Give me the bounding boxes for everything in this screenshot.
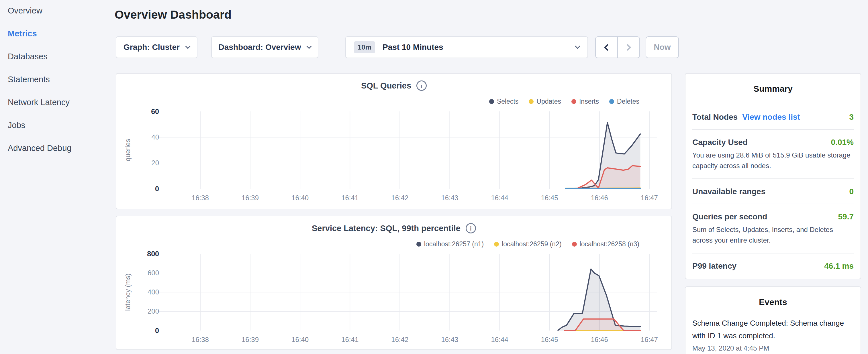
y-axis-tick: 600: [116, 268, 159, 278]
summary-title: Summary: [685, 84, 861, 94]
sidebar-item-jobs[interactable]: Jobs: [8, 120, 72, 130]
sidebar-item-metrics[interactable]: Metrics: [8, 29, 72, 38]
x-axis-tick: 16:47: [629, 194, 670, 202]
summary-row-head: P99 latency46.1 ms: [692, 261, 854, 271]
sidebar-item-advanced-debug[interactable]: Advanced Debug: [8, 143, 72, 153]
x-axis-tick: 16:46: [580, 336, 620, 344]
summary-row-head: Capacity Used0.01%: [692, 138, 854, 147]
x-axis-tick: 16:38: [180, 336, 220, 344]
x-axis-tick: 16:42: [380, 336, 420, 344]
summary-value: 3: [849, 112, 854, 122]
service-latency-chart-card: Service Latency: SQL, 99th percentile i …: [116, 216, 672, 350]
chart-plot-area[interactable]: [116, 74, 672, 209]
summary-panel: Summary Total NodesView nodes list3Capac…: [685, 73, 861, 279]
summary-value: 0: [849, 187, 854, 196]
time-window-dropdown[interactable]: 10m Past 10 Minutes: [345, 36, 588, 58]
chevron-right-icon: [624, 44, 631, 51]
summary-row-capacity-used: Capacity Used0.01%You are using 28.6 MiB…: [692, 129, 854, 179]
x-axis-tick: 16:40: [280, 336, 320, 344]
page-title: Overview Dashboard: [115, 8, 231, 22]
time-window-badge: 10m: [354, 41, 375, 53]
chevron-left-icon: [604, 44, 611, 51]
now-button[interactable]: Now: [646, 36, 679, 58]
y-axis-tick: 200: [116, 307, 159, 316]
events-panel: Events Schema Change Completed: Schema c…: [685, 286, 861, 354]
x-axis-tick: 16:39: [230, 336, 270, 344]
summary-value: 46.1 ms: [824, 261, 854, 271]
summary-row-total-nodes: Total NodesView nodes list3: [692, 104, 854, 129]
time-window-label: Past 10 Minutes: [382, 43, 443, 52]
sql-queries-chart-card: SQL Queries i SelectsUpdatesInsertsDelet…: [116, 73, 672, 210]
y-axis-tick: 0: [116, 326, 159, 335]
y-axis-label: queries: [124, 93, 132, 207]
x-axis-tick: 16:42: [380, 194, 420, 202]
summary-subtext: Sum of Selects, Updates, Inserts, and De…: [692, 224, 854, 246]
summary-label: P99 latency: [692, 261, 737, 271]
x-axis-tick: 16:44: [480, 194, 520, 202]
chevron-down-icon: [185, 43, 190, 49]
event-item: Schema Change Completed: Schema change w…: [692, 317, 854, 352]
summary-row-queries-per-second: Queries per second59.7Sum of Selects, Up…: [692, 204, 854, 253]
time-back-button[interactable]: [596, 37, 617, 58]
x-axis-tick: 16:45: [530, 194, 570, 202]
graph-dropdown[interactable]: Graph: Cluster: [116, 36, 197, 58]
summary-label: Queries per second: [692, 212, 767, 221]
y-axis-tick: 20: [116, 158, 159, 167]
x-axis-tick: 16:46: [580, 194, 620, 202]
chevron-down-icon: [307, 43, 312, 49]
y-axis-tick: 800: [116, 249, 159, 258]
x-axis-tick: 16:39: [230, 194, 270, 202]
sidebar-item-statements[interactable]: Statements: [8, 74, 72, 84]
x-axis-tick: 16:41: [330, 336, 370, 344]
summary-row-head: Queries per second59.7: [692, 212, 854, 221]
dashboard-dropdown[interactable]: Dashboard: Overview: [211, 36, 318, 58]
summary-row-unavailable-ranges: Unavailable ranges0: [692, 179, 854, 204]
x-axis-tick: 16:40: [280, 194, 320, 202]
x-axis-tick: 16:44: [480, 336, 520, 344]
event-timestamp: May 13, 2020 at 4:45 PM: [692, 344, 854, 352]
sidebar-item-network-latency[interactable]: Network Latency: [8, 97, 72, 107]
graph-dropdown-label: Graph: Cluster: [124, 43, 180, 52]
x-axis-tick: 16:47: [629, 336, 670, 344]
y-axis-tick: 400: [116, 288, 159, 297]
dashboard-dropdown-label: Dashboard: Overview: [219, 43, 301, 52]
chevron-down-icon: [575, 43, 580, 49]
summary-label: Capacity Used: [692, 138, 748, 147]
view-nodes-list-link[interactable]: View nodes list: [742, 112, 800, 122]
summary-row-p99-latency: P99 latency46.1 ms: [692, 253, 854, 278]
summary-subtext: You are using 28.6 MiB of 515.9 GiB usab…: [692, 150, 854, 171]
y-axis-label: latency (ms): [124, 235, 132, 349]
y-axis-tick: 60: [116, 107, 159, 116]
sidebar-item-overview[interactable]: Overview: [8, 6, 72, 15]
summary-label: Unavailable ranges: [692, 187, 766, 196]
events-title: Events: [685, 297, 861, 307]
x-axis-tick: 16:38: [180, 194, 220, 202]
y-axis-tick: 0: [116, 184, 159, 193]
x-axis-tick: 16:45: [530, 336, 570, 344]
time-step-buttons: [595, 36, 640, 58]
summary-label: Total Nodes: [692, 112, 738, 122]
event-text: Schema Change Completed: Schema change w…: [692, 317, 854, 342]
summary-row-head: Unavailable ranges0: [692, 187, 854, 196]
x-axis-tick: 16:43: [430, 336, 470, 344]
y-axis-tick: 40: [116, 133, 159, 142]
sidebar-item-databases[interactable]: Databases: [8, 52, 72, 61]
toolbar-divider: [333, 37, 333, 57]
time-forward-button[interactable]: [617, 37, 639, 58]
chart-plot-area[interactable]: [116, 216, 672, 349]
summary-value: 59.7: [838, 212, 854, 221]
x-axis-tick: 16:41: [330, 194, 370, 202]
summary-value: 0.01%: [831, 138, 854, 147]
sidebar-nav: OverviewMetricsDatabasesStatementsNetwor…: [8, 6, 72, 166]
x-axis-tick: 16:43: [430, 194, 470, 202]
summary-row-head: Total NodesView nodes list3: [692, 112, 854, 122]
